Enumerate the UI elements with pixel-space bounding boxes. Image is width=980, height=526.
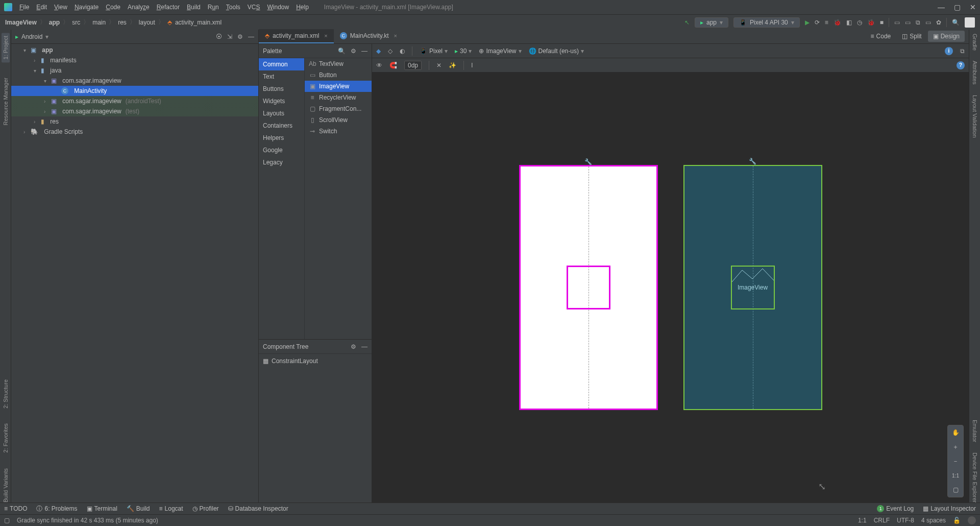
- view-options-icon[interactable]: 👁: [376, 62, 382, 69]
- device-selector[interactable]: 📱 Pixel 4 API 30 ▾: [733, 17, 800, 28]
- run-button-icon[interactable]: ▶: [805, 19, 810, 26]
- menu-view[interactable]: View: [54, 4, 67, 11]
- bottom-problems[interactable]: ⓘ 6: Problems: [36, 505, 77, 513]
- strip-structure[interactable]: 2: Structure: [3, 379, 9, 409]
- tree-node-pkg-androidtest[interactable]: ›▣ com.sagar.imageview(androidTest): [11, 96, 258, 106]
- imageview-blueprint-selection[interactable]: ImageView: [731, 266, 775, 309]
- menu-vcs[interactable]: VCS: [248, 4, 260, 11]
- palette-item-scrollview[interactable]: ▯ScrollView: [305, 114, 372, 126]
- tree-node-res[interactable]: ›▮ res: [11, 116, 258, 127]
- infer-constraints-icon[interactable]: ✨: [449, 62, 456, 69]
- inspection-face-icon[interactable]: [968, 516, 976, 524]
- palette-item-imageview[interactable]: ▣ImageView: [305, 81, 372, 92]
- view-mode-split[interactable]: ◫Split: [897, 31, 926, 42]
- palette-cat-layouts[interactable]: Layouts: [259, 107, 304, 119]
- tab-mainactivity-kt[interactable]: C MainActivity.kt ×: [334, 29, 403, 43]
- menu-edit[interactable]: Edit: [36, 4, 47, 11]
- device-combo[interactable]: 📱 Pixel ▾: [420, 47, 448, 55]
- palette-cat-google[interactable]: Google: [259, 144, 304, 156]
- read-only-icon[interactable]: 🔓: [953, 517, 961, 524]
- strip-gradle[interactable]: Gradle: [972, 34, 978, 51]
- gear-icon[interactable]: ⚙: [351, 47, 356, 55]
- hide-icon[interactable]: —: [361, 343, 368, 350]
- hide-icon[interactable]: —: [361, 47, 368, 55]
- palette-cat-text[interactable]: Text: [259, 70, 304, 83]
- bottom-layout-inspector[interactable]: ▦ Layout Inspector: [923, 505, 976, 512]
- menu-navigate[interactable]: Navigate: [75, 4, 99, 11]
- tools-icon[interactable]: 🔧: [584, 158, 592, 165]
- zoom-reset-icon[interactable]: ▢: [948, 483, 963, 497]
- sdk-manager-icon[interactable]: ▭: [905, 19, 911, 26]
- sync-project-icon[interactable]: ↖: [684, 19, 690, 26]
- account-avatar[interactable]: [965, 17, 975, 28]
- status-line-ending[interactable]: CRLF: [874, 517, 890, 524]
- blueprint-frame[interactable]: 🔧 ImageView: [683, 165, 822, 410]
- view-mode-code[interactable]: ≡Code: [866, 31, 896, 42]
- palette-item-button[interactable]: ▭Button: [305, 69, 372, 81]
- settings-icon[interactable]: ✿: [936, 19, 941, 26]
- locate-icon[interactable]: ⦿: [216, 33, 222, 40]
- layout-validation-icon[interactable]: ⧉: [960, 47, 965, 55]
- tree-node-mainactivity[interactable]: C MainActivity: [11, 86, 258, 96]
- palette-item-textview[interactable]: AbTextView: [305, 58, 372, 69]
- tree-node-pkg-main[interactable]: ▾▣ com.sagar.imageview: [11, 76, 258, 86]
- run-config-selector[interactable]: ▸ app ▾: [695, 17, 728, 28]
- bottom-profiler[interactable]: ◷ Profiler: [192, 505, 219, 512]
- theme-combo[interactable]: ⊕ ImageView ▾: [479, 47, 521, 55]
- palette-cat-helpers[interactable]: Helpers: [259, 132, 304, 144]
- apply-code-icon[interactable]: ≡: [825, 19, 828, 26]
- warnings-icon[interactable]: ?: [957, 61, 965, 69]
- tree-node-manifests[interactable]: ›▮ manifests: [11, 55, 258, 65]
- menu-refactor[interactable]: Refactor: [157, 4, 180, 11]
- default-margin-input[interactable]: 0dp: [404, 61, 422, 70]
- crumb-project[interactable]: ImageView: [5, 19, 37, 26]
- palette-cat-legacy[interactable]: Legacy: [259, 156, 304, 169]
- resize-handle-icon[interactable]: ⤡: [818, 481, 826, 492]
- crumb-src[interactable]: src: [72, 19, 80, 26]
- strip-resource-manager[interactable]: Resource Manager: [3, 78, 9, 126]
- project-view-selector[interactable]: Android: [21, 33, 42, 40]
- strip-emulator[interactable]: Emulator: [972, 420, 978, 442]
- palette-item-recyclerview[interactable]: ≡RecyclerView: [305, 92, 372, 103]
- strip-build-variants[interactable]: Build Variants: [3, 468, 9, 503]
- component-tree-root[interactable]: ▦ ConstraintLayout: [263, 356, 368, 366]
- stop-icon[interactable]: ■: [880, 19, 884, 26]
- gear-icon[interactable]: ⚙: [237, 33, 243, 40]
- close-tab-icon[interactable]: ×: [394, 33, 397, 39]
- strip-favorites[interactable]: 2: Favorites: [3, 423, 9, 452]
- tree-node-java[interactable]: ▾▮ java: [11, 65, 258, 76]
- locale-combo[interactable]: 🌐 Default (en-us) ▾: [529, 47, 584, 55]
- avd-manager-icon[interactable]: ▭: [894, 19, 900, 26]
- bottom-logcat[interactable]: ≡ Logcat: [159, 505, 183, 512]
- menu-file[interactable]: File: [19, 4, 29, 11]
- zoom-out-icon[interactable]: －: [948, 454, 963, 468]
- menu-tools[interactable]: Tools: [226, 4, 240, 11]
- maximize-button[interactable]: ▢: [954, 3, 961, 11]
- crumb-res[interactable]: res: [118, 19, 127, 26]
- strip-attributes[interactable]: Attributes: [972, 61, 978, 84]
- project-tree[interactable]: ▾▣ app ›▮ manifests ▾▮ java ▾▣ com.sagar…: [11, 44, 258, 503]
- design-surface-icon[interactable]: ◆: [376, 47, 381, 55]
- menu-code[interactable]: Code: [106, 4, 120, 11]
- info-icon[interactable]: i: [945, 47, 953, 55]
- debug-icon[interactable]: 🐞: [834, 19, 841, 26]
- clear-constraints-icon[interactable]: ✕: [436, 62, 442, 69]
- status-encoding[interactable]: UTF-8: [897, 517, 914, 524]
- bottom-build[interactable]: 🔨 Build: [127, 505, 150, 512]
- api-combo[interactable]: ▸ 30 ▾: [455, 47, 472, 55]
- bottom-terminal[interactable]: ▣ Terminal: [87, 505, 117, 512]
- canvas-viewport[interactable]: 🔧 🔧 ImageView ⤡: [372, 73, 969, 503]
- palette-cat-containers[interactable]: Containers: [259, 119, 304, 132]
- minimize-button[interactable]: —: [938, 3, 945, 11]
- crumb-main[interactable]: main: [92, 19, 106, 26]
- layout-inspector-icon[interactable]: ▭: [925, 19, 931, 26]
- strip-layout-validation[interactable]: Layout Validation: [972, 95, 978, 138]
- status-indent[interactable]: 4 spaces: [921, 517, 946, 524]
- view-mode-design[interactable]: ▣Design: [928, 31, 965, 42]
- pan-icon[interactable]: ✋: [948, 425, 963, 440]
- attach-debugger-icon[interactable]: 🐞: [867, 19, 875, 26]
- bottom-db-inspector[interactable]: ⛁ Database Inspector: [228, 505, 288, 512]
- menu-run[interactable]: Run: [208, 4, 219, 11]
- coverage-icon[interactable]: ◧: [846, 19, 852, 26]
- strip-project[interactable]: 1: Project: [2, 33, 10, 62]
